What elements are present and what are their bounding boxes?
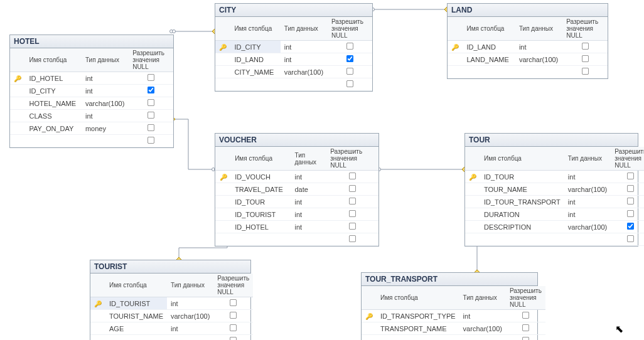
column-null[interactable] <box>213 335 253 341</box>
column-null[interactable] <box>562 66 608 78</box>
column-type[interactable]: int <box>291 208 326 221</box>
column-type[interactable]: int <box>564 171 611 183</box>
null-checkbox[interactable] <box>349 235 356 242</box>
column-type[interactable] <box>82 135 129 147</box>
table-title[interactable]: CITY <box>215 4 372 17</box>
column-name[interactable]: DESCRIPTION <box>480 221 564 233</box>
column-null[interactable] <box>506 322 545 335</box>
column-row[interactable]: 🔑 ID_CITY int <box>215 41 372 53</box>
column-row[interactable]: ID_TOUR_TRANSPORT int <box>465 196 644 208</box>
column-name[interactable] <box>25 135 81 147</box>
table-hotel[interactable]: HOTEL Имя столбца Тип данных Разрешить з… <box>9 35 174 148</box>
column-type[interactable]: int <box>291 196 326 208</box>
column-null[interactable] <box>213 297 253 310</box>
column-null[interactable] <box>611 183 644 196</box>
table-title[interactable]: TOUR_TRANSPORT <box>362 273 537 286</box>
column-null[interactable] <box>129 72 173 85</box>
null-checkbox[interactable] <box>349 173 356 179</box>
column-type[interactable]: varchar(100) <box>459 322 506 335</box>
column-name[interactable]: ID_HOTEL <box>25 72 81 85</box>
null-checkbox[interactable] <box>627 185 634 192</box>
null-checkbox[interactable] <box>582 43 589 50</box>
null-checkbox[interactable] <box>627 210 634 217</box>
column-null[interactable] <box>611 221 644 233</box>
column-type[interactable]: int <box>564 208 611 221</box>
column-type[interactable] <box>291 233 326 246</box>
column-name[interactable]: TOUR_NAME <box>480 183 564 196</box>
null-checkbox[interactable] <box>582 55 589 62</box>
table-title[interactable]: HOTEL <box>10 35 173 48</box>
column-name[interactable]: HOTEL_NAME <box>25 97 81 110</box>
null-checkbox[interactable] <box>148 137 154 144</box>
null-checkbox[interactable] <box>148 112 154 119</box>
column-null[interactable] <box>562 41 608 53</box>
column-name[interactable]: LAND_NAME <box>463 53 515 66</box>
null-checkbox[interactable] <box>627 223 634 230</box>
table-title[interactable]: VOUCHER <box>215 134 378 147</box>
column-type[interactable] <box>167 335 213 341</box>
column-name[interactable] <box>105 335 167 341</box>
column-row[interactable]: TRAVEL_DATE date <box>215 183 378 196</box>
column-null[interactable] <box>506 310 545 322</box>
table-voucher[interactable]: VOUCHER Имя столбца Тип данных Разрешить… <box>215 133 379 247</box>
column-type[interactable]: int <box>281 53 328 66</box>
column-null[interactable] <box>611 208 644 221</box>
column-null[interactable] <box>326 233 378 246</box>
null-checkbox[interactable] <box>230 312 237 319</box>
column-row[interactable]: DURATION int <box>465 208 644 221</box>
null-checkbox[interactable] <box>349 198 356 205</box>
column-null[interactable] <box>129 135 173 147</box>
column-null[interactable] <box>326 221 378 233</box>
column-row[interactable]: PAY_ON_DAY money <box>10 122 173 135</box>
null-checkbox[interactable] <box>522 312 529 319</box>
column-null[interactable] <box>326 183 378 196</box>
column-type[interactable]: varchar(100) <box>82 97 129 110</box>
null-checkbox[interactable] <box>627 235 634 242</box>
null-checkbox[interactable] <box>148 87 154 93</box>
column-type[interactable]: varchar(100) <box>564 221 611 233</box>
column-name[interactable]: ID_TOUR <box>480 171 564 183</box>
column-row[interactable]: DESCRIPTION varchar(100) <box>465 221 644 233</box>
column-name[interactable]: ID_TOUR_TRANSPORT <box>480 196 564 208</box>
column-type[interactable] <box>515 66 562 78</box>
column-name[interactable] <box>230 78 280 91</box>
column-row[interactable]: CLASS int <box>10 110 173 122</box>
column-row[interactable]: TRANSPORT_NAME varchar(100) <box>362 322 545 335</box>
column-name[interactable]: CITY_NAME <box>230 66 280 78</box>
column-type[interactable]: int <box>167 297 213 310</box>
null-checkbox[interactable] <box>346 80 353 87</box>
null-checkbox[interactable] <box>522 324 529 331</box>
column-name[interactable] <box>480 233 564 246</box>
column-type[interactable]: int <box>167 322 213 335</box>
null-checkbox[interactable] <box>349 210 356 217</box>
column-null[interactable] <box>328 53 372 66</box>
column-name[interactable]: ID_LAND <box>463 41 515 53</box>
null-checkbox[interactable] <box>349 185 356 192</box>
column-name[interactable]: ID_VOUCH <box>231 171 291 183</box>
column-null[interactable] <box>328 41 372 53</box>
null-checkbox[interactable] <box>148 99 154 106</box>
column-row[interactable]: HOTEL_NAME varchar(100) <box>10 97 173 110</box>
column-name[interactable] <box>463 66 515 78</box>
column-name[interactable] <box>231 233 291 246</box>
column-row[interactable] <box>465 233 644 246</box>
column-null[interactable] <box>328 66 372 78</box>
column-null[interactable] <box>328 78 372 91</box>
column-name[interactable]: ID_TRANSPORT_TYPE <box>377 310 459 322</box>
column-row[interactable]: 🔑 ID_VOUCH int <box>215 171 378 183</box>
column-type[interactable]: int <box>291 221 326 233</box>
column-row[interactable]: 🔑 ID_LAND int <box>448 41 608 53</box>
table-title[interactable]: TOUR <box>465 134 638 147</box>
column-name[interactable]: ID_TOURIST <box>105 297 167 310</box>
table-tourist[interactable]: TOURIST Имя столбца Тип данных Разрешить… <box>90 260 251 340</box>
column-type[interactable]: int <box>459 310 506 322</box>
column-null[interactable] <box>129 85 173 97</box>
column-type[interactable]: varchar(100) <box>515 53 562 66</box>
column-null[interactable] <box>326 208 378 221</box>
column-name[interactable]: TRANSPORT_NAME <box>377 322 459 335</box>
column-row[interactable]: 🔑 ID_HOTEL int <box>10 72 173 85</box>
column-row[interactable] <box>448 66 608 78</box>
column-row[interactable] <box>215 78 372 91</box>
column-name[interactable] <box>377 335 459 341</box>
column-type[interactable] <box>459 335 506 341</box>
